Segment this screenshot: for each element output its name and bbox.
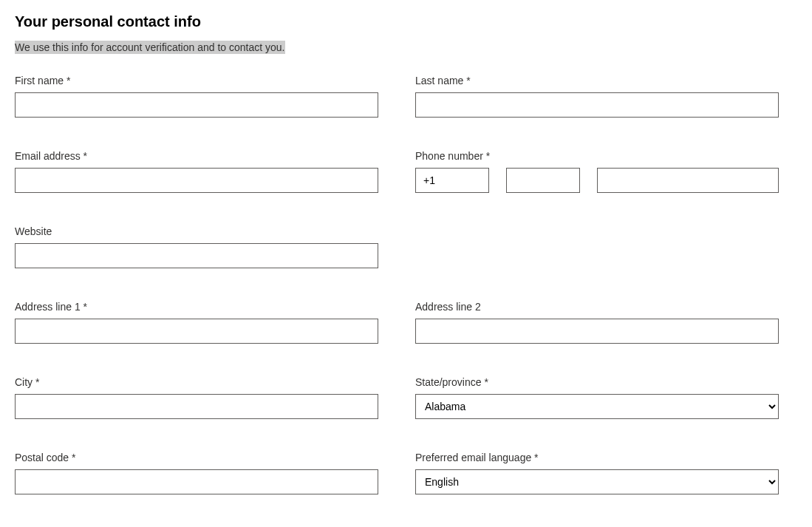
first-name-group: First name * bbox=[15, 75, 378, 118]
phone-label: Phone number * bbox=[415, 150, 779, 162]
city-group: City * bbox=[15, 376, 378, 419]
website-group: Website bbox=[15, 225, 378, 268]
address1-label: Address line 1 * bbox=[15, 301, 378, 313]
state-group: State/province * Alabama bbox=[415, 376, 779, 419]
email-input[interactable] bbox=[15, 168, 378, 193]
website-label: Website bbox=[15, 225, 378, 237]
city-input[interactable] bbox=[15, 394, 378, 419]
language-label: Preferred email language * bbox=[415, 452, 779, 463]
email-label: Email address * bbox=[15, 150, 378, 162]
postal-group: Postal code * bbox=[15, 452, 378, 494]
first-name-input[interactable] bbox=[15, 92, 378, 118]
email-group: Email address * bbox=[15, 150, 378, 193]
page-subtitle: We use this info for account verificatio… bbox=[15, 41, 285, 54]
website-input[interactable] bbox=[15, 243, 378, 268]
address2-group: Address line 2 bbox=[415, 301, 779, 344]
phone-country-input[interactable] bbox=[415, 168, 489, 193]
page-title: Your personal contact info bbox=[15, 13, 797, 30]
state-select[interactable]: Alabama bbox=[415, 394, 779, 419]
last-name-group: Last name * bbox=[415, 75, 779, 118]
address2-label: Address line 2 bbox=[415, 301, 779, 313]
last-name-input[interactable] bbox=[415, 92, 779, 118]
address1-input[interactable] bbox=[15, 319, 378, 344]
phone-number-input[interactable] bbox=[597, 168, 779, 193]
postal-input[interactable] bbox=[15, 469, 378, 494]
address1-group: Address line 1 * bbox=[15, 301, 378, 344]
city-label: City * bbox=[15, 376, 378, 388]
language-select[interactable]: English bbox=[415, 469, 779, 494]
phone-group: Phone number * bbox=[415, 150, 779, 193]
phone-area-input[interactable] bbox=[506, 168, 580, 193]
postal-label: Postal code * bbox=[15, 452, 378, 463]
first-name-label: First name * bbox=[15, 75, 378, 86]
address2-input[interactable] bbox=[415, 319, 779, 344]
last-name-label: Last name * bbox=[415, 75, 779, 86]
language-group: Preferred email language * English bbox=[415, 452, 779, 494]
state-label: State/province * bbox=[415, 376, 779, 388]
